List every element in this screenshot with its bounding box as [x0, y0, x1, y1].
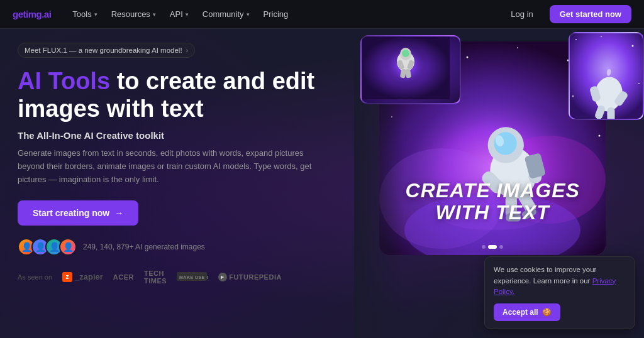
card-main-title: CREATE IMAGES WITH TEXT — [404, 180, 580, 224]
hero-title: AI Tools to create and edit images with … — [18, 68, 336, 123]
arrow-icon: → — [114, 208, 123, 218]
svg-text:F: F — [221, 275, 224, 280]
svg-point-51 — [572, 95, 574, 97]
chevron-down-icon: ▾ — [186, 11, 189, 18]
hero-card-small-right — [569, 32, 644, 120]
chevron-down-icon: ▾ — [247, 11, 250, 18]
hero-card-small-left — [360, 35, 461, 104]
arrow-icon: › — [186, 46, 189, 54]
svg-point-24 — [391, 116, 392, 117]
svg-point-20 — [467, 57, 469, 58]
card-dots — [482, 245, 503, 249]
svg-point-49 — [601, 36, 602, 37]
zapier-logo: z _zapier — [62, 272, 103, 282]
accept-label: Accept all — [502, 308, 538, 317]
futurepedia-icon: F — [218, 273, 227, 281]
nav-community[interactable]: Community ▾ — [196, 6, 256, 23]
cookie-banner: We use cookies to improve your experienc… — [484, 256, 635, 329]
zapier-text: _zapier — [75, 272, 103, 281]
hero-subtitle: The All-In-One AI Creative toolkit — [18, 130, 336, 141]
svg-point-50 — [638, 83, 640, 84]
cookie-text: We use cookies to improve your experienc… — [494, 264, 626, 297]
dot-3 — [499, 245, 503, 249]
zapier-icon: z — [62, 272, 72, 282]
chevron-down-icon: ▾ — [153, 11, 156, 18]
nav-pricing[interactable]: Pricing — [257, 6, 295, 23]
acer-logo: acer — [113, 273, 134, 281]
svg-point-48 — [631, 45, 633, 47]
make-use-icon: MAKE USE OF — [177, 272, 208, 282]
svg-text:MAKE USE OF: MAKE USE OF — [179, 275, 208, 280]
site-logo[interactable]: getimg.ai — [13, 9, 51, 19]
hero-left: Meet FLUX.1 — a new groundbreaking AI mo… — [0, 29, 354, 338]
make-use-of-logo: MAKE USE OF — [177, 272, 208, 282]
nav-tools[interactable]: Tools ▾ — [66, 6, 103, 23]
avatar: 👤 — [59, 238, 77, 256]
svg-point-21 — [517, 47, 518, 48]
card-main-text: CREATE IMAGES WITH TEXT — [404, 180, 580, 224]
futurepedia-logo: F Futurepedia — [218, 273, 282, 281]
announcement-text: Meet FLUX.1 — a new groundbreaking AI mo… — [25, 46, 182, 54]
as-seen-on: As seen on z _zapier acer TECHTIMES MAKE… — [18, 270, 336, 285]
social-count-text: 249, 140, 879+ AI generated images — [83, 243, 205, 251]
announcement-badge[interactable]: Meet FLUX.1 — a new groundbreaking AI mo… — [18, 43, 195, 58]
start-creating-button[interactable]: Start creating now → — [18, 200, 138, 226]
navbar: getimg.ai Tools ▾ Resources ▾ API ▾ Comm… — [0, 0, 644, 29]
svg-point-8 — [402, 50, 409, 57]
cta-label: Start creating now — [33, 208, 109, 218]
chevron-down-icon: ▾ — [94, 11, 97, 18]
hero-title-highlight: AI Tools — [18, 68, 110, 94]
hero-description: Generate images from text in seconds, ed… — [18, 147, 319, 186]
cookie-icon: 🍪 — [542, 308, 552, 317]
nav-right: Log in Get started now — [502, 5, 631, 23]
astronaut-tr-image — [570, 33, 644, 120]
svg-point-47 — [575, 39, 577, 40]
dot-2-active — [488, 245, 497, 249]
login-button[interactable]: Log in — [502, 6, 541, 23]
accept-cookies-button[interactable]: Accept all 🍪 — [494, 303, 560, 321]
get-started-button[interactable]: Get started now — [550, 5, 631, 23]
as-seen-label: As seen on — [18, 273, 52, 281]
logo-text: getimg.ai — [13, 9, 51, 19]
svg-rect-46 — [607, 107, 614, 120]
social-proof: 👤 👤 👤 👤 249, 140, 879+ AI generated imag… — [18, 238, 336, 256]
dot-1 — [482, 245, 486, 249]
nav-api[interactable]: API ▾ — [164, 6, 195, 23]
astronaut-space-image — [362, 36, 450, 99]
tech-times-logo: TECHTIMES — [144, 270, 167, 285]
nav-resources[interactable]: Resources ▾ — [105, 6, 162, 23]
avatar-group: 👤 👤 👤 👤 — [18, 238, 77, 256]
svg-point-25 — [599, 135, 601, 137]
nav-links: Tools ▾ Resources ▾ API ▾ Community ▾ Pr… — [66, 6, 502, 23]
